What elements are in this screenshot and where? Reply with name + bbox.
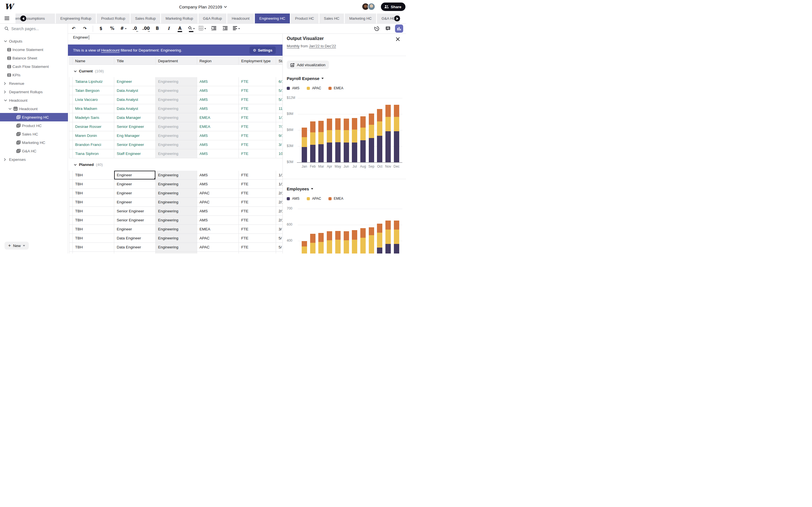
tab-sales-hc[interactable]: Sales HC [319,13,344,23]
table-cell[interactable]: FTE [239,131,276,140]
table-cell[interactable]: AMS [197,171,239,180]
bar-segment-apac[interactable] [386,117,391,131]
table-cell[interactable]: APAC [197,198,239,207]
table-cell[interactable]: 10 [276,149,283,158]
table-cell[interactable]: 2/1 [276,198,283,207]
table-cell[interactable]: Brandon Franci [73,140,114,149]
redo-button[interactable]: ↷ [81,24,89,33]
headcount-link[interactable]: Headcount [101,48,119,52]
table-cell[interactable]: 5/1 [276,86,283,95]
percent-format-button[interactable]: % [108,24,116,33]
table-cell[interactable]: EMEA [197,122,239,131]
table-cell[interactable]: Engineering [156,77,197,86]
tab-sales-rollup[interactable]: Sales Rollup [131,13,160,23]
table-cell[interactable]: TBH [73,216,114,225]
table-cell[interactable]: TBH [73,225,114,234]
bar-segment-emea[interactable] [327,231,332,240]
indent-decrease-button[interactable] [221,24,229,33]
table-cell[interactable] [197,252,239,253]
table-cell[interactable]: FTE [239,189,276,198]
sidebar-item-expenses[interactable]: Expenses [0,155,69,164]
bar-segment-emea[interactable] [377,109,382,121]
bar-segment-apac[interactable] [352,129,357,143]
table-cell[interactable] [156,252,197,253]
table-cell[interactable]: 5/1 [276,95,283,104]
bar-segment-ams[interactable] [360,140,366,162]
bar-segment-apac[interactable] [394,230,399,244]
bar-segment-emea[interactable] [302,128,307,137]
chevron-down-icon[interactable] [74,69,77,73]
bar-segment-emea[interactable] [310,234,315,243]
bar-segment-apac[interactable] [335,130,341,142]
bar-segment-emea[interactable] [394,105,399,117]
scroll-tabs-left-button[interactable] [20,15,26,21]
bar-segment-emea[interactable] [360,228,366,238]
table-cell[interactable]: 11/ [276,104,283,113]
table-cell[interactable]: 1/1 [276,171,283,180]
sidebar-item-kpis[interactable]: KPIs [0,71,69,79]
bar-segment-ams[interactable] [377,136,382,162]
bar-segment-ams[interactable] [302,147,307,162]
date-range-link[interactable]: Jan'22 to Dec'22 [309,44,336,48]
table-cell[interactable]: FTE [239,171,276,180]
sidebar-item-sales-hc[interactable]: Sales HC [0,130,69,138]
sidebar-item-cash-flow-statement[interactable]: Cash Flow Statement [0,62,69,71]
bar-segment-emea[interactable] [352,118,357,129]
bar-segment-ams[interactable] [344,143,349,162]
bar-segment-emea[interactable] [386,221,391,230]
tab-product-rollup[interactable]: Product Rollup [97,13,130,23]
table-cell[interactable]: 6/1 [276,77,283,86]
row-gutter[interactable] [69,243,73,252]
row-gutter[interactable] [69,189,73,198]
row-gutter[interactable] [69,234,73,243]
bar-segment-apac[interactable] [394,117,399,131]
table-cell[interactable]: Tatiana Lipshutz [73,77,114,86]
bar-segment-emea[interactable] [327,119,332,130]
share-button[interactable]: Share [381,3,405,11]
table-cell[interactable]: Talan Bergson [73,86,114,95]
new-page-button[interactable]: + New [4,242,29,249]
table-cell[interactable]: TBH [73,198,114,207]
undo-button[interactable]: ↶ [69,24,78,33]
increase-decimal-button[interactable]: .00→ [142,24,150,33]
tab-product-hc[interactable]: Product HC [291,13,319,23]
table-cell[interactable]: FTE [239,113,276,122]
row-gutter[interactable] [69,113,73,122]
table-cell[interactable]: 2/1 [276,207,283,216]
row-gutter[interactable] [69,180,73,189]
table-cell[interactable]: FTE [239,198,276,207]
text-color-button[interactable]: A [175,24,184,33]
bar-segment-ams[interactable] [394,244,399,253]
bar-segment-emea[interactable] [335,118,341,130]
time-range-control[interactable]: Monthly from Jan'22 to Dec'22 [287,44,336,48]
formula-bar[interactable]: Engineer [68,34,283,41]
bar-segment-emea[interactable] [360,116,366,128]
row-gutter[interactable] [69,86,73,95]
bar-segment-apac[interactable] [310,132,315,145]
add-visualization-button[interactable]: Add visualization [287,61,329,69]
table-cell[interactable] [73,252,114,253]
frequency-link[interactable]: Monthly [287,44,300,48]
bar-segment-emea[interactable] [318,121,324,132]
sidebar-item-headcount[interactable]: Headcount [0,105,69,113]
bar-segment-emea[interactable] [344,119,349,130]
table-cell[interactable]: Engineering [156,149,197,158]
table-cell[interactable]: Engineering [156,225,197,234]
bar-segment-emea[interactable] [310,121,315,132]
table-cell[interactable]: FTE [239,149,276,158]
table-cell[interactable] [276,252,283,253]
row-gutter[interactable] [69,95,73,104]
table-cell[interactable]: FTE [239,86,276,95]
table-cell[interactable]: 7/1 [276,122,283,131]
number-format-button[interactable]: # [119,24,128,33]
table-cell[interactable]: Data Analyst [114,95,156,104]
table-cell[interactable]: APAC [197,189,239,198]
row-gutter[interactable] [69,171,73,180]
table-cell[interactable]: FTE [239,95,276,104]
search-input[interactable]: Search pages... [0,24,68,34]
table-cell[interactable]: 9/1 [276,131,283,140]
bar-segment-emea[interactable] [386,105,391,117]
row-gutter[interactable] [69,104,73,113]
bar-segment-apac[interactable] [360,238,366,253]
table-cell[interactable]: Engineering [156,131,197,140]
